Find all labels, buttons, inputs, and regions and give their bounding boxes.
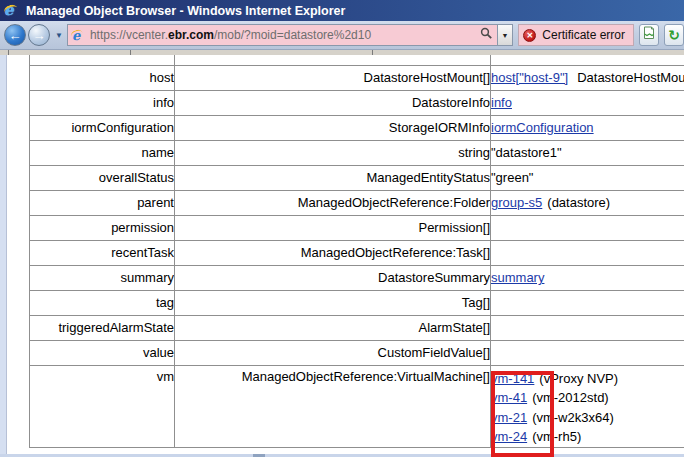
property-type: StorageIORMInfo (175, 115, 491, 140)
value-text: (datastore) (547, 195, 610, 210)
property-name: tag (30, 290, 175, 315)
broken-page-icon (643, 26, 655, 44)
url-text[interactable]: https://vcenter.ebr.com/mob/?moid=datast… (90, 28, 480, 42)
value-text: "green" (491, 170, 533, 185)
table-row-vm: vm ManagedObjectReference:VirtualMachine… (30, 365, 684, 447)
table-row: iormConfiguration StorageIORMInfo iormCo… (30, 115, 684, 140)
property-value (491, 240, 684, 265)
property-name: overallStatus (30, 165, 175, 190)
property-name: host (30, 65, 175, 90)
url-domain: ebr.com (168, 28, 214, 42)
address-dropdown-button[interactable]: ▼ (498, 24, 514, 46)
forward-button[interactable]: → (28, 24, 50, 46)
recent-pages-caret-icon[interactable]: ▼ (55, 31, 63, 40)
property-value: iormConfiguration (491, 115, 684, 140)
property-name: triggeredAlarmState (30, 315, 175, 340)
property-value (491, 340, 684, 365)
url-path: /mob/?moid=datastore%2d10 (214, 28, 371, 42)
property-value: info (491, 90, 684, 115)
properties-table: host DatastoreHostMount[] host["host-9"]… (29, 55, 684, 448)
value-text: "datastore1" (491, 145, 562, 160)
table-row-cropped (30, 55, 684, 65)
value-link[interactable]: iormConfiguration (491, 120, 594, 135)
value-link[interactable]: group-s5 (491, 195, 542, 210)
certificate-error-label: Certificate error (542, 28, 625, 42)
table-row: info DatastoreInfo info (30, 90, 684, 115)
value-text: DatastoreHostMount (577, 70, 684, 85)
table-row: permission Permission[] (30, 215, 684, 240)
property-type: ManagedEntityStatus (175, 165, 491, 190)
property-name: info (30, 90, 175, 115)
property-type: CustomFieldValue[] (175, 340, 491, 365)
property-type: DatastoreHostMount[] (175, 65, 491, 90)
search-icon[interactable] (480, 26, 493, 44)
value-link[interactable]: info (491, 95, 512, 110)
value-link[interactable]: host["host-9"] (491, 70, 568, 85)
property-value: "datastore1" (491, 140, 684, 165)
property-type: Permission[] (175, 215, 491, 240)
property-type: DatastoreSummary (175, 265, 491, 290)
table-row: value CustomFieldValue[] (30, 340, 684, 365)
table-row: parent ManagedObjectReference:Folder gro… (30, 190, 684, 215)
address-bar[interactable]: e https://vcenter.ebr.com/mob/?moid=data… (67, 24, 498, 46)
compatibility-view-button[interactable] (639, 24, 659, 46)
refresh-icon: ↻ (668, 28, 680, 42)
property-type: DatastoreInfo (175, 90, 491, 115)
certificate-error-shield-icon: ✕ (523, 29, 536, 42)
table-row: triggeredAlarmState AlarmState[] (30, 315, 684, 340)
property-value: host["host-9"]DatastoreHostMount (491, 65, 684, 90)
property-name: value (30, 340, 175, 365)
mob-page-content: host DatastoreHostMount[] host["host-9"]… (0, 55, 684, 457)
property-name: parent (30, 190, 175, 215)
property-name: iormConfiguration (30, 115, 175, 140)
property-type: ManagedObjectReference:VirtualMachine[] (175, 365, 491, 447)
property-type: Tag[] (175, 290, 491, 315)
table-row: host DatastoreHostMount[] host["host-9"]… (30, 65, 684, 90)
property-name: name (30, 140, 175, 165)
property-type: string (175, 140, 491, 165)
ie-logo-icon: e (4, 3, 20, 18)
title-bar: e Managed Object Browser - Windows Inter… (0, 0, 684, 21)
back-button[interactable]: ← (4, 24, 26, 46)
property-value: group-s5(datastore) (491, 190, 684, 215)
property-type: AlarmState[] (175, 315, 491, 340)
property-type: ManagedObjectReference:Folder (175, 190, 491, 215)
property-value (491, 215, 684, 240)
page-left-frame (0, 55, 7, 457)
url-prefix: https://vcenter. (90, 28, 168, 42)
property-name: permission (30, 215, 175, 240)
property-value: summary (491, 265, 684, 290)
property-name: vm (30, 365, 175, 447)
property-value (491, 290, 684, 315)
table-row: overallStatus ManagedEntityStatus "green… (30, 165, 684, 190)
property-value: "green" (491, 165, 684, 190)
property-name: recentTask (30, 240, 175, 265)
value-link[interactable]: summary (491, 270, 544, 285)
window-title: Managed Object Browser - Windows Interne… (26, 4, 345, 18)
site-favicon-icon: e (72, 29, 85, 42)
red-highlight-annotation (491, 371, 554, 457)
table-row: summary DatastoreSummary summary (30, 265, 684, 290)
refresh-button[interactable]: ↻ (664, 24, 684, 46)
property-type: ManagedObjectReference:Task[] (175, 240, 491, 265)
table-row: recentTask ManagedObjectReference:Task[] (30, 240, 684, 265)
property-value (491, 315, 684, 340)
table-row: tag Tag[] (30, 290, 684, 315)
property-name: summary (30, 265, 175, 290)
table-row: name string "datastore1" (30, 140, 684, 165)
certificate-error-badge[interactable]: ✕ Certificate error (518, 24, 634, 46)
navigation-bar: ← → ▼ e https://vcenter.ebr.com/mob/?moi… (0, 21, 684, 50)
